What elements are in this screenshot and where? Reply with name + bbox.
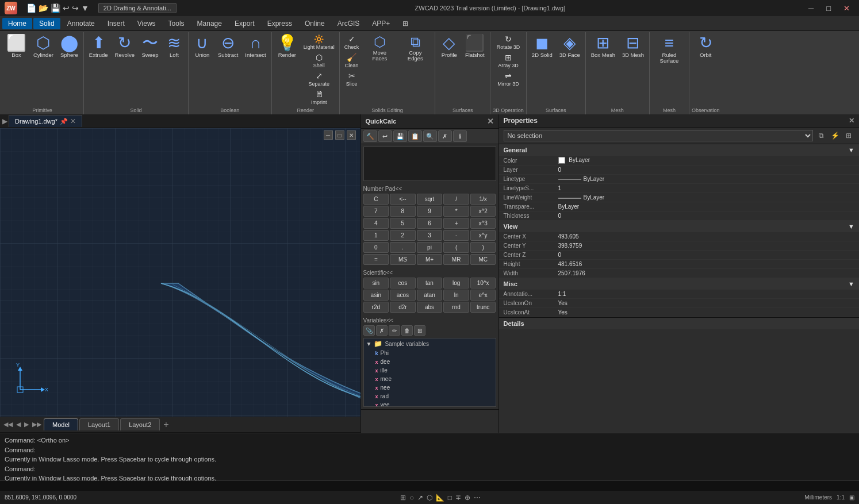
minimize-drawing-btn[interactable]: ─: [324, 130, 333, 140]
np-divide[interactable]: /: [443, 194, 469, 205]
ribbon-btn-rotate-3d[interactable]: ↻ Rotate 3D: [494, 33, 523, 51]
props-row-ucsiconon[interactable]: UcsIconOn Yes: [499, 299, 860, 308]
props-row-linetype[interactable]: Linetype ByLayer: [499, 175, 860, 184]
details-row[interactable]: Details: [499, 317, 860, 329]
status-icon-grid[interactable]: ⊞: [400, 494, 406, 502]
command-input[interactable]: [5, 482, 854, 489]
qc-btn-clipboard[interactable]: 📋: [408, 130, 422, 142]
ribbon-btn-light-material[interactable]: 🔆 Light Material: [301, 33, 337, 51]
menu-annotate[interactable]: Annotate: [62, 18, 101, 29]
ribbon-btn-extrude[interactable]: ⬆ Extrude: [86, 33, 111, 60]
np-mplus[interactable]: M+: [417, 254, 443, 265]
status-icon-snap[interactable]: ○: [409, 494, 413, 502]
ribbon-btn-check[interactable]: ✓ Check: [342, 33, 362, 51]
np-3[interactable]: 3: [417, 230, 443, 241]
var-item-yee[interactable]: x yee: [364, 401, 496, 407]
sci-tan[interactable]: tan: [417, 278, 443, 288]
ribbon-btn-sphere[interactable]: ⬤ Sphere: [57, 33, 81, 60]
var-item-ille[interactable]: x ille: [364, 366, 496, 375]
ribbon-btn-move-faces[interactable]: ⬡ Move Faces: [362, 33, 397, 64]
ribbon-btn-slice[interactable]: ✂ Slice: [342, 70, 362, 88]
quickcalc-close[interactable]: ✕: [487, 117, 494, 126]
sci-r2d[interactable]: r2d: [363, 302, 389, 313]
ribbon-btn-shell[interactable]: ⬡ Shell: [301, 52, 337, 70]
props-row-centerz[interactable]: Center Z 0: [499, 251, 860, 260]
workspace-selector[interactable]: 2D Drafting & Annotati...: [98, 3, 177, 13]
props-row-lineweight[interactable]: LineWeight ByLayer: [499, 193, 860, 202]
qc-btn-clear[interactable]: ✗: [438, 130, 452, 142]
menu-express[interactable]: Express: [262, 18, 298, 29]
sci-log[interactable]: log: [443, 278, 469, 288]
np-ms[interactable]: MS: [390, 254, 416, 265]
np-back[interactable]: <--: [390, 194, 416, 205]
qc-btn-info[interactable]: ℹ: [453, 130, 467, 142]
minimize-btn[interactable]: ─: [804, 3, 818, 14]
props-icon-quick-select[interactable]: ⚡: [829, 130, 841, 141]
ribbon-btn-orbit[interactable]: ↻ Orbit: [694, 33, 717, 60]
np-pi[interactable]: pi: [417, 242, 443, 253]
tab-layout2[interactable]: Layout2: [120, 418, 160, 430]
var-btn-grid[interactable]: ⊞: [414, 325, 425, 336]
var-btn-trash[interactable]: 🗑: [401, 325, 413, 336]
sci-sin[interactable]: sin: [363, 278, 389, 288]
maximize-btn[interactable]: □: [822, 3, 835, 14]
props-row-ucsiconat[interactable]: UcsIconAt Yes: [499, 308, 860, 317]
menu-home[interactable]: Home: [2, 18, 32, 29]
np-lparen[interactable]: (: [443, 242, 469, 253]
status-icon-lineweight[interactable]: ∓: [455, 494, 461, 502]
menu-online[interactable]: Online: [299, 18, 331, 29]
ribbon-btn-sweep[interactable]: 〜 Sweep: [139, 33, 162, 60]
menu-export[interactable]: Export: [229, 18, 260, 29]
qat-new[interactable]: 📄: [26, 3, 36, 13]
np-8[interactable]: 8: [390, 206, 416, 217]
np-minus[interactable]: -: [443, 230, 469, 241]
var-btn-edit[interactable]: ✏: [389, 325, 400, 336]
tab-nav-prev[interactable]: ◀: [15, 420, 22, 429]
np-rparen[interactable]: ): [470, 242, 496, 253]
np-7[interactable]: 7: [363, 206, 389, 217]
qc-btn-paste[interactable]: ↩: [378, 130, 392, 142]
var-item-dee[interactable]: x dee: [364, 357, 496, 366]
qc-btn-calc[interactable]: 🔨: [363, 130, 377, 142]
var-item-nee[interactable]: x nee: [364, 383, 496, 392]
ribbon-btn-intersect[interactable]: ∩ Intersect: [242, 33, 269, 60]
sci-asin[interactable]: asin: [363, 290, 389, 301]
np-sqy[interactable]: x^y: [470, 230, 496, 241]
ribbon-btn-revolve[interactable]: ↻ Revolve: [112, 33, 137, 60]
sci-cos[interactable]: cos: [390, 278, 416, 288]
var-btn-attach[interactable]: 📎: [363, 325, 375, 336]
file-tab-pin[interactable]: 📌: [60, 118, 68, 125]
tab-layout1[interactable]: Layout1: [79, 418, 119, 430]
props-general-header[interactable]: General ▼: [499, 144, 860, 156]
tab-model[interactable]: Model: [44, 418, 78, 430]
qat-redo[interactable]: ↪: [72, 3, 79, 13]
props-row-color[interactable]: Color ByLayer: [499, 156, 860, 166]
ribbon-btn-box[interactable]: ⬜ Box: [3, 33, 29, 60]
menu-grid[interactable]: ⊞: [397, 18, 414, 29]
var-item-phi[interactable]: k Phi: [364, 349, 496, 357]
sci-acos[interactable]: acos: [390, 290, 416, 301]
ribbon-btn-copy-edges[interactable]: ⧉ Copy Edges: [398, 33, 432, 64]
var-btn-delete[interactable]: ✗: [376, 325, 388, 336]
ribbon-btn-flatshot[interactable]: ⬛ Flatshot: [462, 33, 488, 60]
menu-solid[interactable]: Solid: [33, 18, 60, 29]
ribbon-btn-ruled-surface[interactable]: ≡ Ruled Surface: [652, 33, 687, 66]
props-row-centery[interactable]: Center Y 398.9759: [499, 241, 860, 251]
props-row-thickness[interactable]: Thickness 0: [499, 211, 860, 221]
qat-undo[interactable]: ↩: [63, 3, 70, 13]
np-9[interactable]: 9: [417, 206, 443, 217]
ribbon-btn-mirror-3d[interactable]: ⇌ Mirror 3D: [494, 70, 523, 88]
ribbon-btn-clean[interactable]: 🧹 Clean: [342, 52, 362, 70]
menu-insert[interactable]: Insert: [102, 18, 131, 29]
np-0[interactable]: 0: [363, 242, 389, 253]
file-tab-close[interactable]: ✕: [70, 117, 76, 125]
props-row-linetypes[interactable]: LinetypeS... 1: [499, 184, 860, 193]
file-tab-drawing1[interactable]: Drawing1.dwg* 📌 ✕: [9, 115, 82, 127]
np-sqrt[interactable]: sqrt: [417, 194, 443, 205]
qat-more[interactable]: ▼: [81, 3, 89, 13]
np-dot[interactable]: .: [390, 242, 416, 253]
np-equals[interactable]: =: [363, 254, 389, 265]
status-icon-transparency[interactable]: ⊕: [465, 494, 470, 502]
np-6[interactable]: 6: [417, 218, 443, 229]
np-mc[interactable]: MC: [470, 254, 496, 265]
